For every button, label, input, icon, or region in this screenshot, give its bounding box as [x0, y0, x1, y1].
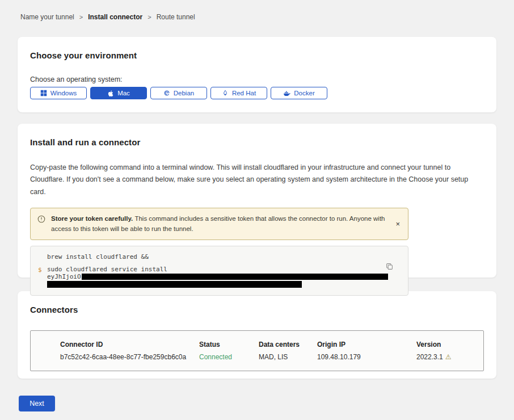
breadcrumb: Name your tunnel > Install connector > R…	[0, 0, 514, 21]
code-text: brew install cloudflared &&	[47, 254, 149, 261]
os-button-windows[interactable]: Windows	[30, 87, 87, 99]
header-status: Status	[199, 341, 259, 348]
code-line-1: brew install cloudflared &&	[38, 254, 399, 261]
table-row: b7c52c42-6caa-48ee-8c77-fbe259cb6c0a Con…	[60, 353, 483, 361]
copy-icon[interactable]	[385, 262, 394, 273]
header-connector-id: Connector ID	[60, 341, 199, 348]
os-button-label: Docker	[294, 90, 314, 96]
breadcrumb-separator: >	[79, 14, 83, 20]
redaction-bar	[47, 281, 302, 288]
code-text: sudo cloudflared service install	[47, 266, 167, 274]
redaction-bar	[82, 274, 388, 280]
environment-card: Choose your environment Choose an operat…	[18, 37, 496, 112]
shell-prompt: $	[38, 266, 42, 274]
header-version: Version	[416, 341, 483, 348]
alert-close-button[interactable]: ×	[394, 218, 401, 230]
install-card-title: Install and run a connector	[30, 137, 484, 147]
breadcrumb-name-your-tunnel[interactable]: Name your tunnel	[20, 13, 74, 21]
status-badge: Connected	[199, 353, 259, 361]
connectors-card-title: Connectors	[30, 305, 484, 314]
os-button-redhat[interactable]: Red Hat	[210, 87, 267, 99]
header-data-centers: Data centers	[259, 341, 317, 348]
os-button-mac[interactable]: Mac	[90, 87, 147, 99]
os-button-label: Windows	[50, 90, 77, 96]
version-value: 2022.3.1 ⚠	[416, 353, 483, 361]
redhat-icon	[222, 90, 229, 97]
windows-icon	[40, 90, 47, 96]
os-button-group: Windows Mac Debian	[30, 87, 484, 99]
docker-icon	[283, 90, 290, 96]
os-button-debian[interactable]: Debian	[150, 87, 207, 99]
breadcrumb-separator: >	[148, 14, 151, 20]
os-button-docker[interactable]: Docker	[271, 87, 327, 99]
connectors-card: Connectors Connector ID Status Data cent…	[18, 291, 496, 379]
breadcrumb-install-connector[interactable]: Install connector	[88, 13, 142, 21]
os-button-label: Mac	[117, 90, 130, 96]
apple-icon	[107, 90, 114, 97]
code-line-token: eyJhIjoiO	[38, 274, 399, 280]
os-select-label: Choose an operating system:	[30, 75, 484, 83]
install-description: Copy-paste the following command into a …	[30, 162, 484, 198]
debian-icon	[163, 90, 170, 96]
header-origin-ip: Origin IP	[317, 341, 416, 348]
alert-text: Store your token carefully. This command…	[51, 213, 389, 234]
os-button-label: Red Hat	[232, 90, 256, 96]
alert-title: Store your token carefully.	[51, 215, 134, 222]
table-header-row: Connector ID Status Data centers Origin …	[60, 341, 483, 348]
code-line-2: $ sudo cloudflared service install	[38, 266, 399, 274]
install-card: Install and run a connector Copy-paste t…	[18, 124, 496, 278]
next-button[interactable]: Next	[19, 396, 55, 411]
code-line-token-2	[38, 280, 399, 288]
breadcrumb-route-tunnel[interactable]: Route tunnel	[157, 13, 195, 21]
connector-id-value: b7c52c42-6caa-48ee-8c77-fbe259cb6c0a	[60, 353, 199, 361]
origin-ip-value: 109.48.10.179	[317, 353, 416, 361]
token-warning-alert: Store your token carefully. This command…	[30, 208, 408, 240]
version-warning-icon: ⚠	[445, 354, 452, 360]
environment-card-title: Choose your environment	[30, 51, 484, 60]
token-text: eyJhIjoiO	[47, 274, 388, 280]
os-button-label: Debian	[174, 90, 194, 96]
connectors-table: Connector ID Status Data centers Origin …	[30, 330, 484, 371]
warning-circle-icon	[37, 215, 45, 225]
command-code-block: brew install cloudflared && $ sudo cloud…	[30, 246, 408, 296]
data-centers-value: MAD, LIS	[259, 353, 317, 361]
